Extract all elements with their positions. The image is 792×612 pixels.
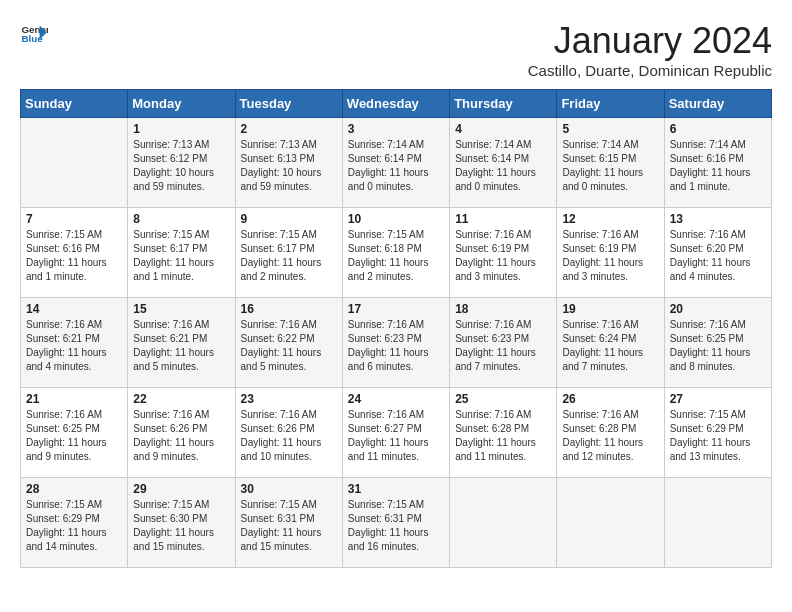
day-info: Sunrise: 7:16 AMSunset: 6:25 PMDaylight:…	[26, 408, 122, 464]
calendar-cell	[664, 478, 771, 568]
header: General Blue January 2024 Castillo, Duar…	[20, 20, 772, 79]
calendar-cell: 13Sunrise: 7:16 AMSunset: 6:20 PMDayligh…	[664, 208, 771, 298]
day-number: 6	[670, 122, 766, 136]
calendar-cell: 3Sunrise: 7:14 AMSunset: 6:14 PMDaylight…	[342, 118, 449, 208]
day-info: Sunrise: 7:15 AMSunset: 6:29 PMDaylight:…	[670, 408, 766, 464]
calendar-cell: 19Sunrise: 7:16 AMSunset: 6:24 PMDayligh…	[557, 298, 664, 388]
weekday-monday: Monday	[128, 90, 235, 118]
day-info: Sunrise: 7:16 AMSunset: 6:22 PMDaylight:…	[241, 318, 337, 374]
day-info: Sunrise: 7:16 AMSunset: 6:23 PMDaylight:…	[348, 318, 444, 374]
day-info: Sunrise: 7:16 AMSunset: 6:25 PMDaylight:…	[670, 318, 766, 374]
day-number: 5	[562, 122, 658, 136]
day-number: 9	[241, 212, 337, 226]
calendar-cell: 10Sunrise: 7:15 AMSunset: 6:18 PMDayligh…	[342, 208, 449, 298]
day-info: Sunrise: 7:16 AMSunset: 6:26 PMDaylight:…	[133, 408, 229, 464]
weekday-tuesday: Tuesday	[235, 90, 342, 118]
weekday-header-row: SundayMondayTuesdayWednesdayThursdayFrid…	[21, 90, 772, 118]
day-number: 21	[26, 392, 122, 406]
calendar-body: 1Sunrise: 7:13 AMSunset: 6:12 PMDaylight…	[21, 118, 772, 568]
calendar-cell: 30Sunrise: 7:15 AMSunset: 6:31 PMDayligh…	[235, 478, 342, 568]
day-number: 8	[133, 212, 229, 226]
calendar-cell: 15Sunrise: 7:16 AMSunset: 6:21 PMDayligh…	[128, 298, 235, 388]
day-number: 3	[348, 122, 444, 136]
calendar-cell: 12Sunrise: 7:16 AMSunset: 6:19 PMDayligh…	[557, 208, 664, 298]
day-number: 16	[241, 302, 337, 316]
day-info: Sunrise: 7:16 AMSunset: 6:27 PMDaylight:…	[348, 408, 444, 464]
day-number: 13	[670, 212, 766, 226]
day-info: Sunrise: 7:13 AMSunset: 6:12 PMDaylight:…	[133, 138, 229, 194]
calendar-cell: 24Sunrise: 7:16 AMSunset: 6:27 PMDayligh…	[342, 388, 449, 478]
calendar-cell	[450, 478, 557, 568]
day-info: Sunrise: 7:15 AMSunset: 6:16 PMDaylight:…	[26, 228, 122, 284]
day-info: Sunrise: 7:16 AMSunset: 6:28 PMDaylight:…	[455, 408, 551, 464]
day-info: Sunrise: 7:16 AMSunset: 6:19 PMDaylight:…	[562, 228, 658, 284]
calendar-cell: 14Sunrise: 7:16 AMSunset: 6:21 PMDayligh…	[21, 298, 128, 388]
calendar-table: SundayMondayTuesdayWednesdayThursdayFrid…	[20, 89, 772, 568]
calendar-cell: 22Sunrise: 7:16 AMSunset: 6:26 PMDayligh…	[128, 388, 235, 478]
weekday-sunday: Sunday	[21, 90, 128, 118]
day-info: Sunrise: 7:14 AMSunset: 6:16 PMDaylight:…	[670, 138, 766, 194]
day-number: 25	[455, 392, 551, 406]
day-info: Sunrise: 7:14 AMSunset: 6:15 PMDaylight:…	[562, 138, 658, 194]
calendar-week-row: 28Sunrise: 7:15 AMSunset: 6:29 PMDayligh…	[21, 478, 772, 568]
calendar-cell: 28Sunrise: 7:15 AMSunset: 6:29 PMDayligh…	[21, 478, 128, 568]
day-number: 1	[133, 122, 229, 136]
day-info: Sunrise: 7:15 AMSunset: 6:18 PMDaylight:…	[348, 228, 444, 284]
calendar-cell: 7Sunrise: 7:15 AMSunset: 6:16 PMDaylight…	[21, 208, 128, 298]
day-info: Sunrise: 7:13 AMSunset: 6:13 PMDaylight:…	[241, 138, 337, 194]
day-number: 7	[26, 212, 122, 226]
calendar-cell: 16Sunrise: 7:16 AMSunset: 6:22 PMDayligh…	[235, 298, 342, 388]
day-number: 23	[241, 392, 337, 406]
calendar-cell: 9Sunrise: 7:15 AMSunset: 6:17 PMDaylight…	[235, 208, 342, 298]
day-number: 30	[241, 482, 337, 496]
day-number: 28	[26, 482, 122, 496]
day-number: 27	[670, 392, 766, 406]
calendar-cell: 1Sunrise: 7:13 AMSunset: 6:12 PMDaylight…	[128, 118, 235, 208]
month-title: January 2024	[528, 20, 772, 62]
calendar-week-row: 21Sunrise: 7:16 AMSunset: 6:25 PMDayligh…	[21, 388, 772, 478]
calendar-week-row: 14Sunrise: 7:16 AMSunset: 6:21 PMDayligh…	[21, 298, 772, 388]
calendar-week-row: 7Sunrise: 7:15 AMSunset: 6:16 PMDaylight…	[21, 208, 772, 298]
day-info: Sunrise: 7:16 AMSunset: 6:24 PMDaylight:…	[562, 318, 658, 374]
calendar-cell: 2Sunrise: 7:13 AMSunset: 6:13 PMDaylight…	[235, 118, 342, 208]
calendar-cell: 4Sunrise: 7:14 AMSunset: 6:14 PMDaylight…	[450, 118, 557, 208]
calendar-cell: 21Sunrise: 7:16 AMSunset: 6:25 PMDayligh…	[21, 388, 128, 478]
day-number: 29	[133, 482, 229, 496]
calendar-cell: 31Sunrise: 7:15 AMSunset: 6:31 PMDayligh…	[342, 478, 449, 568]
day-info: Sunrise: 7:16 AMSunset: 6:26 PMDaylight:…	[241, 408, 337, 464]
day-info: Sunrise: 7:15 AMSunset: 6:29 PMDaylight:…	[26, 498, 122, 554]
day-number: 31	[348, 482, 444, 496]
day-info: Sunrise: 7:15 AMSunset: 6:17 PMDaylight:…	[133, 228, 229, 284]
day-info: Sunrise: 7:16 AMSunset: 6:28 PMDaylight:…	[562, 408, 658, 464]
calendar-cell: 29Sunrise: 7:15 AMSunset: 6:30 PMDayligh…	[128, 478, 235, 568]
day-number: 15	[133, 302, 229, 316]
day-info: Sunrise: 7:15 AMSunset: 6:30 PMDaylight:…	[133, 498, 229, 554]
calendar-cell: 27Sunrise: 7:15 AMSunset: 6:29 PMDayligh…	[664, 388, 771, 478]
day-info: Sunrise: 7:16 AMSunset: 6:23 PMDaylight:…	[455, 318, 551, 374]
calendar-cell: 26Sunrise: 7:16 AMSunset: 6:28 PMDayligh…	[557, 388, 664, 478]
location: Castillo, Duarte, Dominican Republic	[528, 62, 772, 79]
calendar-cell: 6Sunrise: 7:14 AMSunset: 6:16 PMDaylight…	[664, 118, 771, 208]
day-info: Sunrise: 7:14 AMSunset: 6:14 PMDaylight:…	[455, 138, 551, 194]
day-info: Sunrise: 7:15 AMSunset: 6:31 PMDaylight:…	[348, 498, 444, 554]
calendar-cell	[557, 478, 664, 568]
day-number: 14	[26, 302, 122, 316]
calendar-week-row: 1Sunrise: 7:13 AMSunset: 6:12 PMDaylight…	[21, 118, 772, 208]
day-info: Sunrise: 7:16 AMSunset: 6:21 PMDaylight:…	[26, 318, 122, 374]
calendar-cell: 17Sunrise: 7:16 AMSunset: 6:23 PMDayligh…	[342, 298, 449, 388]
calendar-cell: 20Sunrise: 7:16 AMSunset: 6:25 PMDayligh…	[664, 298, 771, 388]
day-info: Sunrise: 7:16 AMSunset: 6:20 PMDaylight:…	[670, 228, 766, 284]
calendar-cell: 8Sunrise: 7:15 AMSunset: 6:17 PMDaylight…	[128, 208, 235, 298]
calendar-cell: 23Sunrise: 7:16 AMSunset: 6:26 PMDayligh…	[235, 388, 342, 478]
weekday-thursday: Thursday	[450, 90, 557, 118]
day-info: Sunrise: 7:16 AMSunset: 6:21 PMDaylight:…	[133, 318, 229, 374]
calendar-cell: 11Sunrise: 7:16 AMSunset: 6:19 PMDayligh…	[450, 208, 557, 298]
day-info: Sunrise: 7:15 AMSunset: 6:31 PMDaylight:…	[241, 498, 337, 554]
day-info: Sunrise: 7:14 AMSunset: 6:14 PMDaylight:…	[348, 138, 444, 194]
day-number: 18	[455, 302, 551, 316]
day-number: 12	[562, 212, 658, 226]
calendar-cell: 5Sunrise: 7:14 AMSunset: 6:15 PMDaylight…	[557, 118, 664, 208]
calendar-cell: 25Sunrise: 7:16 AMSunset: 6:28 PMDayligh…	[450, 388, 557, 478]
calendar-cell: 18Sunrise: 7:16 AMSunset: 6:23 PMDayligh…	[450, 298, 557, 388]
day-number: 24	[348, 392, 444, 406]
